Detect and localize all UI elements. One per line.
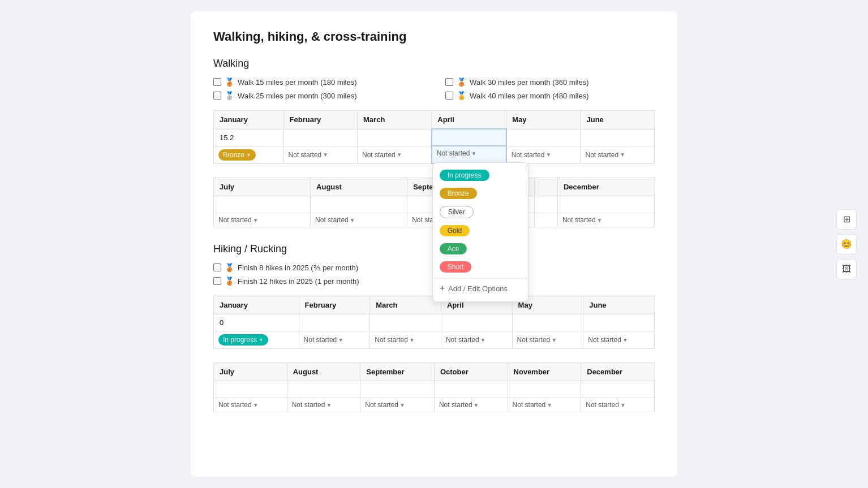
option-ace[interactable]: Ace — [433, 240, 528, 258]
walking-goal-3-checkbox[interactable] — [445, 78, 453, 86]
hiking-apr-badge[interactable]: Not started ▼ — [446, 336, 508, 344]
walking-goal-4-icon: 🏅 — [457, 91, 466, 100]
walking-may-badge[interactable]: Not started ▼ — [512, 151, 576, 159]
page-title: Walking, hiking, & cross-training — [213, 29, 655, 44]
walking-aug-badge[interactable]: Not started ▼ — [315, 216, 402, 224]
hiking-col-mar: March — [370, 296, 441, 314]
walking-feb-status: Not started ▼ — [283, 146, 357, 163]
page-card: Walking, hiking, & cross-training Walkin… — [191, 11, 677, 477]
hiking-status-row-1: In progress ▼ Not started ▼ Not started … — [214, 331, 655, 349]
hiking-col-oct: October — [434, 363, 508, 381]
walking-col-apr: April — [432, 111, 506, 129]
option-gold[interactable]: Gold — [433, 222, 528, 240]
walking-col-may: May — [506, 111, 581, 129]
hiking-jan-value: 0 — [214, 314, 299, 331]
walking-dec-badge[interactable]: Not started ▼ — [562, 216, 650, 224]
hiking-col-jul: July — [214, 363, 287, 381]
hiking-mar-badge[interactable]: Not started ▼ — [375, 336, 436, 344]
walking-goal-4: 🏅 Walk 40 miles per month (480 miles) — [445, 90, 655, 101]
walking-jun-status: Not started ▼ — [581, 146, 655, 163]
hiking-sep-badge[interactable]: Not started ▼ — [365, 401, 429, 409]
add-edit-options[interactable]: + Add / Edit Options — [433, 278, 528, 298]
hiking-col-aug: August — [287, 363, 360, 381]
walking-jun-badge[interactable]: Not started ▼ — [585, 151, 650, 159]
hiking-goal-2-text: Finish 12 hikes in 2025 (1 per month) — [238, 277, 359, 286]
walking-mar-value — [358, 129, 432, 146]
expand-icon-btn[interactable]: ⊞ — [836, 209, 857, 230]
walking-section: Walking 🥉 Walk 15 miles per month (180 m… — [213, 58, 655, 227]
hiking-jan-badge[interactable]: In progress ▼ — [218, 334, 268, 346]
add-options-label: Add / Edit Options — [448, 284, 508, 293]
hiking-aug-badge[interactable]: Not started ▼ — [292, 401, 356, 409]
page-container: Walking, hiking, & cross-training Walkin… — [0, 0, 868, 488]
walking-goal-1-text: Walk 15 miles per month (180 miles) — [238, 78, 356, 87]
walking-col-nov — [534, 178, 557, 196]
walking-apr-value — [432, 129, 506, 146]
hiking-may-badge[interactable]: Not started ▼ — [517, 336, 579, 344]
walking-goals: 🥉 Walk 15 miles per month (180 miles) 🥉 … — [213, 76, 655, 101]
hiking-oct-badge[interactable]: Not started ▼ — [439, 401, 503, 409]
hiking-jul-badge[interactable]: Not started ▼ — [218, 401, 282, 409]
hiking-goal-1-icon: 🥉 — [225, 263, 234, 272]
hiking-goal-1: 🥉 Finish 8 hikes in 2025 (⅔ per month) — [213, 262, 423, 273]
hiking-goal-2-checkbox[interactable] — [213, 277, 221, 285]
walking-feb-value — [283, 129, 357, 146]
hiking-col-jun: June — [583, 296, 655, 314]
image-icon-btn[interactable]: 🖼 — [836, 259, 857, 279]
walking-jan-badge[interactable]: Bronze ▼ — [218, 149, 256, 161]
walking-may-value — [506, 129, 581, 146]
walking-goal-1-checkbox[interactable] — [213, 78, 221, 86]
walking-goal-3-text: Walk 30 miles per month (360 miles) — [470, 78, 588, 87]
walking-jan-status: Bronze ▼ — [214, 146, 284, 163]
hiking-col-sep: September — [360, 363, 435, 381]
hiking-table-1: January February March April May June 0 — [213, 296, 655, 349]
walking-goal-2-icon: 🥈 — [225, 91, 234, 100]
hiking-dec-badge[interactable]: Not started ▼ — [586, 401, 650, 409]
walking-goal-4-checkbox[interactable] — [445, 92, 453, 100]
walking-goal-2-text: Walk 25 miles per month (300 miles) — [238, 92, 356, 100]
walking-title: Walking — [213, 58, 655, 70]
hiking-goal-1-checkbox[interactable] — [213, 264, 221, 271]
hiking-feb-badge[interactable]: Not started ▼ — [304, 336, 366, 344]
hiking-col-feb: February — [299, 296, 370, 314]
hiking-goal-2-icon: 🥉 — [225, 277, 234, 286]
walking-jun-value — [581, 129, 655, 146]
walking-feb-badge[interactable]: Not started ▼ — [289, 151, 353, 159]
walking-goal-2-checkbox[interactable] — [213, 92, 221, 100]
emoji-icon: 😊 — [841, 239, 852, 249]
walking-apr-badge[interactable]: Not started ▼ — [437, 149, 501, 157]
hiking-value-row-1: 0 — [214, 314, 655, 331]
hiking-goal-2: 🥉 Finish 12 hikes in 2025 (1 per month) — [213, 275, 423, 287]
walking-goal-3-icon: 🥉 — [457, 77, 466, 87]
hiking-col-dec: December — [581, 363, 655, 381]
walking-jul-badge[interactable]: Not started ▼ — [218, 216, 306, 224]
walking-goal-3: 🥉 Walk 30 miles per month (360 miles) — [445, 76, 655, 88]
option-bronze[interactable]: Bronze — [433, 184, 528, 202]
walking-may-status: Not started ▼ — [506, 146, 581, 163]
walking-col-jan: January — [214, 111, 284, 129]
status-dropdown: In progress Bronze Silver Gold — [432, 162, 528, 302]
walking-value-row-1: 15.2 — [214, 129, 655, 146]
option-short[interactable]: Short — [433, 258, 528, 276]
walking-goal-4-text: Walk 40 miles per month (480 miles) — [470, 92, 588, 100]
image-icon: 🖼 — [842, 264, 851, 274]
hiking-nov-badge[interactable]: Not started ▼ — [513, 401, 577, 409]
option-silver[interactable]: Silver — [433, 202, 528, 222]
walking-col-feb: February — [283, 111, 357, 129]
hiking-status-row-2: Not started ▼ Not started ▼ Not started … — [214, 398, 655, 412]
hiking-table-2: July August September October November D… — [213, 362, 655, 412]
walking-col-aug: August — [311, 178, 407, 196]
option-in-progress[interactable]: In progress — [433, 166, 528, 184]
hiking-col-jan: January — [214, 296, 299, 314]
emoji-icon-btn[interactable]: 😊 — [836, 234, 857, 254]
hiking-jun-badge[interactable]: Not started ▼ — [588, 336, 650, 344]
walking-col-dec: December — [557, 178, 654, 196]
right-sidebar: ⊞ 😊 🖼 — [836, 209, 857, 279]
hiking-goal-1-text: Finish 8 hikes in 2025 (⅔ per month) — [238, 264, 358, 272]
walking-mar-badge[interactable]: Not started ▼ — [362, 151, 427, 159]
walking-col-jun: June — [581, 111, 655, 129]
expand-icon: ⊞ — [843, 214, 850, 224]
walking-status-row-1: Bronze ▼ Not started ▼ Not started ▼ Not… — [214, 146, 655, 163]
walking-col-mar: March — [358, 111, 432, 129]
walking-mar-status: Not started ▼ — [358, 146, 432, 163]
